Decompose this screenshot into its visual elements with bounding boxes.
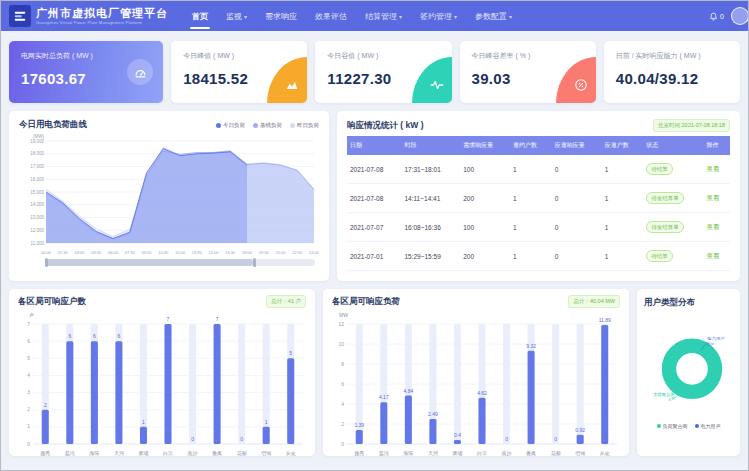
cell-period: 15:29~15:59 <box>401 242 460 271</box>
kpi-label: 电网实时总负荷 ( MW ) <box>21 51 151 61</box>
view-link[interactable]: 查看 <box>707 194 720 201</box>
svg-text:19:30: 19:30 <box>259 250 270 255</box>
cell-date: 2021-07-01 <box>347 242 401 271</box>
nav-item-label: 参数配置 <box>475 11 507 22</box>
district-load-bar-chart: 024681012MW1.39越秀4.17荔湾4.84海珠2.49天河0.4黄埔… <box>332 310 620 456</box>
legend-item-基线负荷[interactable]: 基线负荷 <box>253 122 282 129</box>
svg-text:白云: 白云 <box>477 450 487 456</box>
legend-item-负荷聚合商[interactable]: 负荷聚合商 <box>657 423 688 429</box>
svg-text:15,000: 15,000 <box>30 190 44 195</box>
legend-label: 电力用户 <box>701 423 721 429</box>
svg-text:荔湾: 荔湾 <box>379 450 389 456</box>
notification-bell-icon[interactable]: 0 <box>709 12 724 21</box>
svg-text:0户: 0户 <box>707 342 714 347</box>
svg-text:21:00: 21:00 <box>275 250 286 255</box>
cell-users: 1 <box>602 184 644 213</box>
cell-response: 0 <box>552 242 602 271</box>
cell-date: 2021-07-07 <box>347 213 401 242</box>
district-load-panel: 各区局可响应负荷 总计：40.04 MW 024681012MW1.39越秀4.… <box>323 289 629 456</box>
svg-text:5: 5 <box>27 355 30 361</box>
svg-text:04:30: 04:30 <box>91 250 102 255</box>
svg-text:负荷聚合商: 负荷聚合商 <box>653 392 675 397</box>
legend-dot-icon <box>216 123 221 128</box>
cell-invited: 1 <box>510 213 552 242</box>
status-badge: 待发结算单 <box>646 192 684 204</box>
user-avatar[interactable] <box>731 7 749 25</box>
legend-item-今日负荷[interactable]: 今日负荷 <box>216 122 245 129</box>
col-date: 日期 <box>347 136 401 155</box>
col-response: 应邀响应量 <box>552 136 602 155</box>
svg-text:6: 6 <box>118 333 121 339</box>
svg-text:19,000: 19,000 <box>30 139 44 144</box>
svg-text:3户: 3户 <box>668 397 675 402</box>
col-users: 应邀户数 <box>602 136 644 155</box>
nav-item-0[interactable]: 首页 <box>183 1 217 31</box>
app-subtitle: Guangzhou Virtual Power Plant Management… <box>36 21 168 25</box>
nav-item-6[interactable]: 参数配置▾ <box>466 1 521 31</box>
district-load-title: 各区局可响应负荷 <box>332 296 400 308</box>
nav-item-2[interactable]: 需求响应 <box>256 1 306 31</box>
svg-text:01:30: 01:30 <box>58 250 69 255</box>
svg-text:0: 0 <box>191 436 194 442</box>
chevron-down-icon: ▾ <box>399 13 402 20</box>
svg-text:07:30: 07:30 <box>125 250 136 255</box>
chart-datazoom-slider[interactable] <box>45 259 315 266</box>
view-link[interactable]: 查看 <box>707 165 720 172</box>
user-type-legend: 负荷聚合商电力用户 <box>644 423 733 429</box>
svg-text:4.62: 4.62 <box>477 390 487 396</box>
svg-text:越秀: 越秀 <box>354 450 364 456</box>
nav-item-3[interactable]: 效果评估 <box>306 1 356 31</box>
svg-text:06:00: 06:00 <box>108 250 119 255</box>
svg-text:(MW): (MW) <box>33 134 44 139</box>
kpi-label: 今日峰谷差率 ( % ) <box>472 51 584 61</box>
table-row: 2021-07-01 15:29~15:59 200 1 0 1 待结算 查看 <box>347 242 730 271</box>
nav-item-1[interactable]: 监视▾ <box>217 1 256 31</box>
kpi-card-0: 电网实时总负荷 ( MW )17603.67 <box>9 41 163 103</box>
nav-item-label: 首页 <box>192 11 208 22</box>
col-invited: 邀约户数 <box>510 136 552 155</box>
datazoom-right-handle[interactable] <box>253 258 256 267</box>
load-curve-panel: 今日用电负荷曲线 今日负荷基线负荷昨日负荷 11,00012,00013,000… <box>9 111 329 281</box>
kpi-card-1: 今日峰值 ( MW )18415.52 <box>171 41 307 103</box>
legend-item-昨日负荷[interactable]: 昨日负荷 <box>290 122 319 129</box>
svg-text:18,000: 18,000 <box>30 151 44 156</box>
view-link[interactable]: 查看 <box>707 223 720 230</box>
cell-demand: 100 <box>460 213 510 242</box>
datazoom-selected-range[interactable] <box>45 259 253 266</box>
chevron-down-icon: ▾ <box>454 13 457 20</box>
kpi-value: 40.04/39.12 <box>616 70 728 87</box>
svg-text:2: 2 <box>27 406 30 412</box>
nav-item-5[interactable]: 签约管理▾ <box>411 1 466 31</box>
svg-text:8: 8 <box>341 361 344 367</box>
nav-item-label: 结算管理 <box>365 11 397 22</box>
kpi-card-4: 日前 / 实时响应能力 ( MW )40.04/39.12 <box>604 41 740 103</box>
svg-text:花都: 花都 <box>237 450 247 456</box>
svg-text:从化: 从化 <box>600 450 610 456</box>
cell-period: 17:31~18:01 <box>401 155 460 184</box>
col-demand: 需求响应量 <box>460 136 510 155</box>
svg-text:7: 7 <box>27 321 30 327</box>
peak-chart-icon <box>267 57 307 103</box>
svg-text:4.17: 4.17 <box>379 394 389 400</box>
svg-text:6: 6 <box>93 333 96 339</box>
legend-dot-icon <box>290 123 295 128</box>
svg-text:黄埔: 黄埔 <box>138 450 148 456</box>
district-users-title: 各区局可响应户数 <box>18 296 86 308</box>
main-nav: 首页监视▾需求响应效果评估结算管理▾签约管理▾参数配置▾ <box>183 1 521 31</box>
legend-item-电力用户[interactable]: 电力用户 <box>695 423 721 429</box>
svg-text:黄埔: 黄埔 <box>452 450 462 456</box>
district-users-panel: 各区局可响应户数 总计：41 户 01234567户2越秀6荔湾6海珠6天河1黄… <box>9 289 315 456</box>
svg-text:海珠: 海珠 <box>403 450 413 456</box>
svg-text:6: 6 <box>341 381 344 387</box>
view-link[interactable]: 查看 <box>707 252 720 259</box>
load-curve-chart: 11,00012,00013,00014,00015,00016,00017,0… <box>19 133 319 257</box>
svg-text:22:30: 22:30 <box>292 250 303 255</box>
nav-item-4[interactable]: 结算管理▾ <box>356 1 411 31</box>
cell-demand: 200 <box>460 184 510 213</box>
svg-text:南沙: 南沙 <box>502 450 512 456</box>
beijing-time-badge: 北京时间 2021-07-08 18:18 <box>653 119 730 132</box>
cell-response: 0 <box>552 184 602 213</box>
nav-item-label: 效果评估 <box>315 11 347 22</box>
svg-text:海珠: 海珠 <box>89 450 99 456</box>
datazoom-left-handle[interactable] <box>45 258 48 267</box>
